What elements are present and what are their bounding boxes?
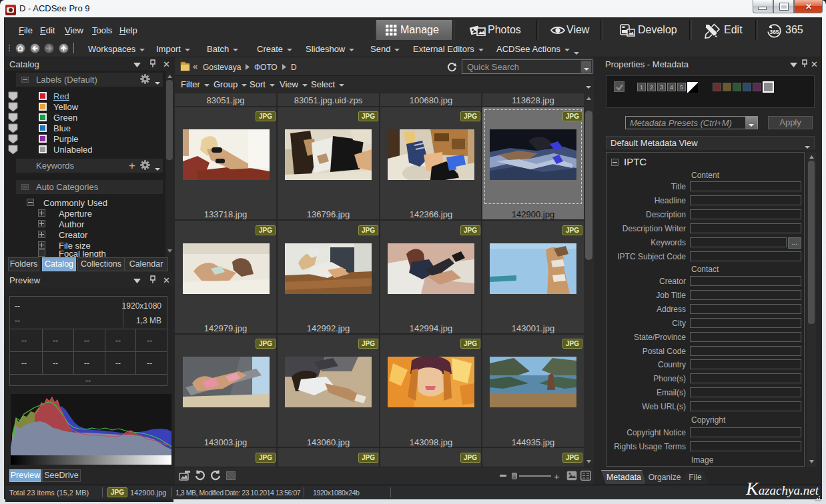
- svg-text:365: 365: [770, 29, 779, 35]
